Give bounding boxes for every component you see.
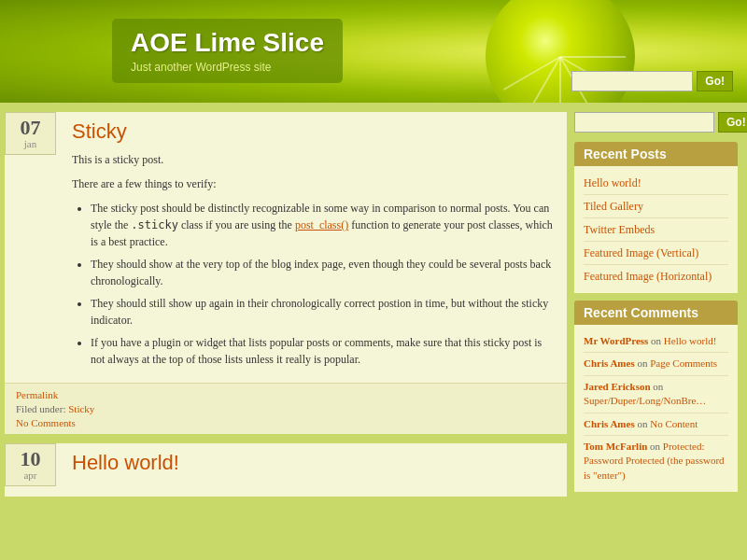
comment-on: on xyxy=(650,441,663,452)
comment-author: Tom McFarlin xyxy=(584,441,647,452)
recent-comments-title: Recent Comments xyxy=(574,301,738,325)
post-meta-sticky: Permalink Filed under: Sticky No Comment… xyxy=(5,383,567,434)
recent-post-link[interactable]: Tiled Gallery xyxy=(584,200,643,213)
recent-post-link[interactable]: Twitter Embeds xyxy=(584,223,655,236)
sidebar: Go! Recent Posts Hello world! Tiled Gall… xyxy=(574,112,738,506)
comment-entry: Mr WordPress on Hello world! xyxy=(584,330,728,353)
comment-link[interactable]: No Content xyxy=(650,418,698,429)
post-class-link[interactable]: post_class() xyxy=(295,218,348,231)
header-search-button[interactable]: Go! xyxy=(697,71,733,91)
comment-on: on xyxy=(637,418,650,429)
recent-posts-title: Recent Posts xyxy=(574,142,738,166)
comment-entry: Jared Erickson on Super/Duper/Long/NonBr… xyxy=(584,376,728,413)
site-title: AOE Lime Slice xyxy=(131,28,324,58)
post-intro1: This is a sticky post. xyxy=(72,151,556,168)
comment-on: on xyxy=(637,357,650,369)
permalink-link[interactable]: Permalink xyxy=(16,389,58,400)
header-search-form[interactable]: Go! xyxy=(571,71,733,91)
comments-line: No Comments xyxy=(16,417,556,428)
sidebar-search-input[interactable] xyxy=(574,112,714,133)
recent-posts-list: Hello world! Tiled Gallery Twitter Embed… xyxy=(584,172,728,287)
recent-posts-body: Hello world! Tiled Gallery Twitter Embed… xyxy=(574,166,738,293)
comments-link[interactable]: No Comments xyxy=(16,417,76,428)
header-title-box: AOE Lime Slice Just another WordPress si… xyxy=(112,19,343,83)
list-item: Twitter Embeds xyxy=(584,218,728,242)
sidebar-search-form[interactable]: Go! xyxy=(574,112,738,133)
post-intro2: There are a few things to verify: xyxy=(72,175,556,192)
post-month: jan xyxy=(10,138,50,149)
list-item: If you have a plugin or widget that list… xyxy=(91,334,556,368)
post-date-sticky: 07 jan xyxy=(5,112,56,155)
post-day: 10 xyxy=(10,449,50,469)
comment-on: on xyxy=(651,335,661,346)
list-item: The sticky post should be distinctly rec… xyxy=(91,200,556,250)
list-item: They should still show up again in their… xyxy=(91,295,556,329)
post-title-link[interactable]: Hello world! xyxy=(72,451,179,474)
recent-comments-body: Mr WordPress on Hello world! Chris Ames … xyxy=(574,325,738,492)
comment-link[interactable]: Super/Duper/Long/NonBre… xyxy=(584,395,706,406)
comment-entry: Chris Ames on No Content xyxy=(584,413,728,436)
recent-post-link[interactable]: Featured Image (Vertical) xyxy=(584,246,698,259)
post-content-hello: Hello world! xyxy=(61,443,567,497)
post-day: 07 xyxy=(10,118,50,138)
site-header: AOE Lime Slice Just another WordPress si… xyxy=(0,0,747,103)
post-month: apr xyxy=(10,469,50,481)
recent-posts-widget: Recent Posts Hello world! Tiled Gallery … xyxy=(574,142,738,293)
sidebar-search-button[interactable]: Go! xyxy=(718,112,747,133)
list-item: Hello world! xyxy=(584,172,728,195)
post-bullets: The sticky post should be distinctly rec… xyxy=(91,200,556,368)
post-sticky: 07 jan Sticky This is a sticky post. The… xyxy=(5,112,567,434)
comment-author: Chris Ames xyxy=(584,357,635,369)
comment-author: Jared Erickson xyxy=(584,381,651,392)
list-item: They should show at the very top of the … xyxy=(91,256,556,289)
list-item: Tiled Gallery xyxy=(584,195,728,218)
comment-entry: Chris Ames on Page Comments xyxy=(584,353,728,375)
post-hello-world: 10 apr Hello world! xyxy=(5,443,567,497)
comment-link[interactable]: Page Comments xyxy=(650,357,717,369)
main-content: 07 jan Sticky This is a sticky post. The… xyxy=(5,112,567,506)
header-search-input[interactable] xyxy=(571,71,693,91)
comment-entry: Tom McFarlin on Protected: Password Prot… xyxy=(584,436,728,486)
list-item: Featured Image (Horizontal) xyxy=(584,265,728,287)
site-tagline: Just another WordPress site xyxy=(131,61,324,74)
list-item: Featured Image (Vertical) xyxy=(584,242,728,265)
recent-post-link[interactable]: Hello world! xyxy=(584,176,641,189)
recent-post-link[interactable]: Featured Image (Horizontal) xyxy=(584,270,712,283)
comment-on: on xyxy=(653,381,663,392)
permalink-line: Permalink xyxy=(16,389,556,400)
post-date-hello: 10 apr xyxy=(5,443,56,486)
comment-link[interactable]: Hello world! xyxy=(664,335,717,346)
post-body-sticky: This is a sticky post. There are a few t… xyxy=(72,151,556,368)
post-content-sticky: Sticky This is a sticky post. There are … xyxy=(61,112,567,383)
filed-category-link[interactable]: Sticky xyxy=(68,403,94,414)
comment-author: Mr WordPress xyxy=(584,335,648,346)
recent-comments-widget: Recent Comments Mr WordPress on Hello wo… xyxy=(574,301,738,492)
post-title-sticky: Sticky xyxy=(72,119,556,144)
comment-author: Chris Ames xyxy=(584,418,635,429)
post-title-hello: Hello world! xyxy=(72,451,556,475)
filed-line: Filed under: Sticky xyxy=(16,403,556,414)
